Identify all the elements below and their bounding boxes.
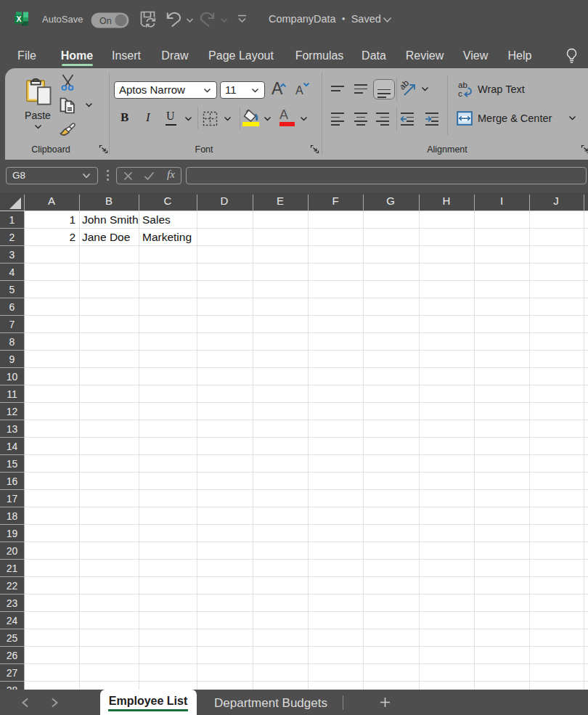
svg-text:X: X bbox=[16, 15, 21, 23]
svg-text:ab: ab bbox=[458, 81, 467, 89]
svg-text:On: On bbox=[99, 16, 112, 26]
svg-text:c: c bbox=[458, 89, 462, 98]
